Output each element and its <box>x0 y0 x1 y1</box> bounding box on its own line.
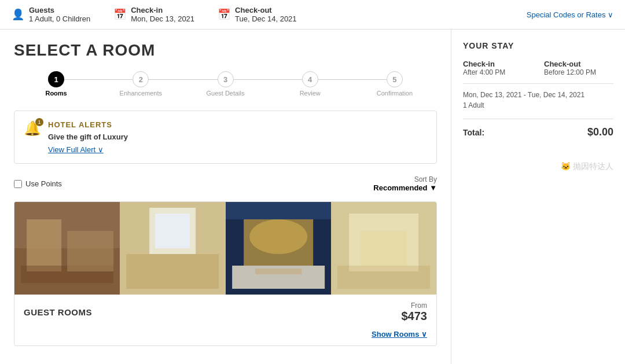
step-2-label: Enhancements <box>120 90 162 97</box>
top-bar: 👤 Guests 1 Adult, 0 Children 📅 Check-in … <box>0 0 625 30</box>
sidebar-checkout-label: Check-out <box>544 60 613 68</box>
step-1-circle: 1 <box>48 71 64 87</box>
sidebar-checkin-label: Check-in <box>463 60 532 68</box>
steps: 1 Rooms 2 Enhancements 3 Guest Details 4… <box>14 71 437 97</box>
stay-divider-2 <box>463 119 613 119</box>
guests-icon: 👤 <box>12 8 24 21</box>
room-actions: Show Rooms ∨ <box>14 330 436 345</box>
sort-bar: Use Points Sort By Recommended ▼ <box>14 175 437 192</box>
sort-by-value[interactable]: Recommended ▼ <box>373 183 437 192</box>
stay-total-label: Total: <box>463 128 484 137</box>
alert-text: Give the gift of Luxury <box>48 133 128 141</box>
stay-total-value: $0.00 <box>587 126 613 138</box>
sort-by: Sort By Recommended ▼ <box>373 175 437 192</box>
room-info: GUEST ROOMS From $473 <box>14 295 436 330</box>
checkin-icon: 📅 <box>113 8 126 21</box>
view-alert-link[interactable]: View Full Alert ∨ <box>48 145 104 154</box>
svg-rect-14 <box>255 269 302 274</box>
svg-rect-7 <box>126 254 219 289</box>
hotel-alert-box: 🔔 1 HOTEL ALERTS Give the gift of Luxury… <box>14 111 437 164</box>
use-points-checkbox[interactable] <box>14 180 22 188</box>
alert-content: HOTEL ALERTS Give the gift of Luxury Vie… <box>48 120 128 154</box>
step-5-label: Confirmation <box>377 90 413 97</box>
room-image-4 <box>331 202 436 295</box>
your-stay-title: YOUR STAY <box>463 41 613 50</box>
step-3-circle: 3 <box>218 71 234 87</box>
room-from-label: From <box>411 302 427 310</box>
step-rooms[interactable]: 1 Rooms <box>14 71 98 97</box>
room-name: GUEST ROOMS <box>24 307 92 317</box>
svg-point-12 <box>249 219 307 254</box>
sidebar-checkin-time: After 4:00 PM <box>463 68 532 76</box>
step-confirmation[interactable]: 5 Confirmation <box>352 71 437 97</box>
use-points-label: Use Points <box>25 179 62 188</box>
guests-value: 1 Adult, 0 Children <box>29 14 90 23</box>
checkout-label: Check-out <box>235 6 296 14</box>
step-5-circle: 5 <box>387 71 403 87</box>
use-points: Use Points <box>14 179 62 188</box>
step-guest-details[interactable]: 3 Guest Details <box>183 71 267 97</box>
sidebar-checkin-col: Check-in After 4:00 PM <box>463 60 532 76</box>
main-layout: SELECT A ROOM 1 Rooms 2 Enhancements 3 G… <box>0 30 625 364</box>
stay-dates: Mon, Dec 13, 2021 - Tue, Dec 14, 2021 <box>463 91 613 99</box>
room-card: GUEST ROOMS From $473 Show Rooms ∨ <box>14 201 437 346</box>
step-4-circle: 4 <box>302 71 318 87</box>
svg-rect-17 <box>361 231 407 266</box>
svg-rect-2 <box>27 219 61 271</box>
room-image-2 <box>120 202 225 295</box>
checkin-label: Check-in <box>131 6 194 14</box>
room-img-placeholder-3 <box>226 202 331 295</box>
step-enhancements[interactable]: 2 Enhancements <box>98 71 183 97</box>
checkout-value: Tue, Dec 14, 2021 <box>235 14 296 23</box>
checkout-icon: 📅 <box>218 8 230 21</box>
svg-rect-10 <box>226 202 331 219</box>
room-price: $473 <box>402 310 428 323</box>
room-img-placeholder-2 <box>120 202 225 295</box>
alert-badge: 1 <box>35 118 43 126</box>
stay-detail-row: Check-in After 4:00 PM Check-out Before … <box>463 60 613 76</box>
step-review[interactable]: 4 Review <box>268 71 352 97</box>
page-title: SELECT A ROOM <box>14 41 437 60</box>
step-4-label: Review <box>300 90 321 97</box>
sidebar-checkout-col: Check-out Before 12:00 PM <box>544 60 613 76</box>
stay-total-row: Total: $0.00 <box>463 126 613 138</box>
step-1-label: Rooms <box>45 90 67 97</box>
room-image-1 <box>14 202 120 295</box>
alert-bell-wrap: 🔔 1 <box>24 120 41 137</box>
room-img-placeholder-4 <box>331 202 436 295</box>
room-image-3 <box>226 202 331 295</box>
checkin-info: 📅 Check-in Mon, Dec 13, 2021 <box>113 6 194 23</box>
show-rooms-button[interactable]: Show Rooms ∨ <box>372 330 427 339</box>
guests-info: 👤 Guests 1 Adult, 0 Children <box>12 6 90 23</box>
room-images <box>14 202 436 295</box>
room-img-placeholder-1 <box>14 202 120 295</box>
content-area: SELECT A ROOM 1 Rooms 2 Enhancements 3 G… <box>0 30 451 364</box>
checkout-info: 📅 Check-out Tue, Dec 14, 2021 <box>218 6 296 23</box>
svg-rect-18 <box>337 266 430 289</box>
stay-guests: 1 Adult <box>463 101 613 109</box>
svg-rect-4 <box>67 231 113 271</box>
stay-divider-1 <box>463 83 613 84</box>
step-3-label: Guest Details <box>206 90 244 97</box>
checkin-value: Mon, Dec 13, 2021 <box>131 14 194 23</box>
alert-title: HOTEL ALERTS <box>48 120 128 129</box>
room-price-area: From $473 <box>402 302 428 323</box>
sort-by-label: Sort By <box>414 175 437 183</box>
sidebar: YOUR STAY Check-in After 4:00 PM Check-o… <box>451 30 625 364</box>
sidebar-checkout-time: Before 12:00 PM <box>544 68 613 76</box>
special-codes-link[interactable]: Special Codes or Rates ∨ <box>527 10 613 19</box>
step-2-circle: 2 <box>133 71 149 87</box>
watermark: 🐱 抛因特达人 <box>463 161 613 172</box>
svg-rect-8 <box>155 214 190 248</box>
guests-label: Guests <box>29 6 90 14</box>
